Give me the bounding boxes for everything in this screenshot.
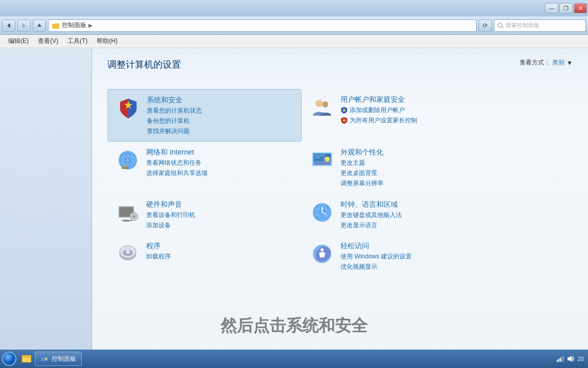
category-network-internet[interactable]: 网络和 Internet 查看网络状态和任务 选择家庭组和共享选项 [107, 142, 302, 193]
clock-link-0[interactable]: 更改键盘或其他输入法 [341, 211, 402, 220]
svg-marker-1 [22, 23, 26, 28]
address-path[interactable]: 控制面板 ▶ [48, 19, 477, 32]
svg-rect-56 [560, 358, 561, 362]
system-security-link-0[interactable]: 查看您的计算机状态 [147, 106, 202, 115]
svg-point-44 [126, 250, 130, 254]
category-appearance[interactable]: 外观和个性化 更改主题 更改桌面背景 调整屏幕分辨率 [302, 142, 496, 193]
svg-point-53 [45, 358, 47, 360]
system-icons [556, 355, 575, 363]
accessibility-link-0[interactable]: 使用 Windows 建议的设置 [341, 252, 412, 261]
search-placeholder: 搜索控制面板 [506, 21, 539, 29]
svg-point-24 [325, 157, 330, 162]
hardware-sound-icon [116, 200, 140, 225]
network-internet-icon [116, 148, 140, 172]
quick-launch-explorer[interactable] [20, 353, 33, 365]
programs-link-0[interactable]: 卸载程序 [146, 252, 171, 261]
network-title[interactable]: 网络和 Internet [146, 148, 208, 157]
back-button[interactable] [2, 19, 15, 32]
appearance-link-0[interactable]: 更改主题 [341, 159, 383, 167]
accessibility-link-1[interactable]: 优化视频显示 [341, 263, 412, 271]
svg-rect-25 [315, 155, 323, 156]
category-system-security[interactable]: 系统和安全 查看您的计算机状态 备份您的计算机 查找并解决问题 [107, 89, 302, 142]
content-header: 调整计算机的设置 查看方式： 类别 ▼ [107, 58, 573, 81]
clock-text: 时钟、语言和区域 更改键盘或其他输入法 更改显示语言 [341, 200, 402, 230]
hardware-link-1[interactable]: 添加设备 [146, 221, 195, 230]
parental-control-icon [341, 117, 348, 124]
clock-title[interactable]: 时钟、语言和区域 [341, 200, 402, 209]
category-clock-language[interactable]: 时钟、语言和区域 更改键盘或其他输入法 更改显示语言 [302, 194, 496, 236]
system-security-icon [116, 96, 141, 120]
menu-help[interactable]: 帮助(H) [93, 36, 122, 47]
clock-link-1[interactable]: 更改显示语言 [341, 221, 402, 230]
page-title: 调整计算机的设置 [107, 58, 181, 71]
programs-title[interactable]: 程序 [146, 242, 171, 251]
system-security-link-2[interactable]: 查找并解决问题 [147, 127, 202, 136]
minimize-button[interactable]: — [545, 3, 558, 13]
menu-view[interactable]: 查看(V) [34, 36, 62, 47]
taskbar-controlpanel-window[interactable]: 控制面板 [35, 352, 82, 366]
accessibility-icon [310, 242, 334, 266]
refresh-button[interactable]: ⟳ [479, 19, 492, 32]
network-link-0[interactable]: 查看网络状态和任务 [146, 159, 208, 167]
taskbar-window-label: 控制面板 [52, 355, 76, 363]
title-bar: — ❐ ✕ [0, 0, 588, 16]
svg-point-4 [498, 23, 502, 27]
svg-point-8 [322, 101, 328, 107]
network-text: 网络和 Internet 查看网络状态和任务 选择家庭组和共享选项 [146, 148, 208, 178]
svg-point-47 [321, 248, 324, 251]
user-accounts-title[interactable]: 用户帐户和家庭安全 [341, 95, 417, 104]
programs-text: 程序 卸载程序 [146, 242, 171, 261]
view-mode-selector[interactable]: 查看方式： 类别 ▼ [519, 58, 573, 67]
system-tray: 20 [556, 355, 586, 363]
address-bar: 控制面板 ▶ ⟳ 搜索控制面板 [0, 16, 588, 35]
appearance-link-1[interactable]: 更改桌面背景 [341, 169, 383, 178]
svg-rect-26 [315, 157, 320, 158]
start-button[interactable] [2, 352, 16, 366]
up-button[interactable] [33, 19, 46, 32]
user-accounts-link-1[interactable]: 为所有用户设置家长控制 [350, 116, 417, 125]
clock-display: 20 [578, 356, 584, 362]
svg-rect-23 [315, 162, 329, 164]
menu-bar: 编辑(E) 查看(V) 工具(T) 帮助(H) [0, 35, 588, 48]
taskbar: 控制面板 20 [0, 350, 588, 368]
user-accounts-link-0[interactable]: 添加或删除用户帐户 [350, 106, 405, 115]
category-accessibility[interactable]: 轻松访问 使用 Windows 建议的设置 优化视频显示 [302, 235, 496, 277]
svg-line-5 [502, 27, 503, 28]
view-mode-value: 类别 [552, 58, 564, 67]
svg-marker-59 [568, 356, 572, 362]
category-programs[interactable]: 程序 卸载程序 [107, 235, 302, 277]
appearance-icon [310, 148, 334, 172]
categories-grid: 系统和安全 查看您的计算机状态 备份您的计算机 查找并解决问题 [107, 89, 496, 277]
system-security-link-1[interactable]: 备份您的计算机 [147, 117, 202, 125]
quick-launch [20, 353, 33, 365]
controlpanel-icon [40, 355, 49, 363]
volume-icon [567, 355, 575, 363]
hardware-link-0[interactable]: 查看设备和打印机 [146, 211, 195, 220]
menu-tools[interactable]: 工具(T) [63, 36, 92, 47]
search-box[interactable]: 搜索控制面板 [494, 19, 586, 32]
svg-rect-55 [558, 359, 559, 362]
category-hardware-sound[interactable]: 硬件和声音 查看设备和打印机 添加设备 [107, 194, 302, 236]
system-security-title[interactable]: 系统和安全 [147, 96, 202, 105]
restore-button[interactable]: ❐ [559, 3, 573, 13]
close-button[interactable]: ✕ [574, 3, 587, 13]
appearance-link-2[interactable]: 调整屏幕分辨率 [341, 179, 383, 188]
svg-rect-18 [122, 167, 128, 169]
accessibility-title[interactable]: 轻松访问 [341, 242, 412, 251]
chevron-down-icon: ▼ [567, 59, 573, 67]
user-accounts-text: 用户帐户和家庭安全 添加或删除用户帐户 为所有用户设置家长控制 [341, 95, 417, 125]
hardware-title[interactable]: 硬件和声音 [146, 200, 195, 209]
forward-button[interactable] [17, 19, 31, 32]
svg-marker-0 [7, 23, 10, 28]
breadcrumb-text: 控制面板 [62, 21, 86, 30]
svg-rect-54 [557, 360, 558, 362]
appearance-text: 外观和个性化 更改主题 更改桌面背景 调整屏幕分辨率 [341, 148, 383, 187]
network-link-1[interactable]: 选择家庭组和共享选项 [146, 169, 208, 178]
category-user-accounts[interactable]: 用户帐户和家庭安全 添加或删除用户帐户 为所有用户设置家长控制 [302, 89, 496, 142]
main-content: 调整计算机的设置 查看方式： 类别 ▼ [0, 48, 588, 350]
breadcrumb-arrow: ▶ [88, 23, 93, 28]
menu-edit[interactable]: 编辑(E) [4, 36, 33, 47]
window-controls: — ❐ ✕ [545, 3, 587, 13]
system-security-text: 系统和安全 查看您的计算机状态 备份您的计算机 查找并解决问题 [147, 96, 202, 135]
appearance-title[interactable]: 外观和个性化 [341, 148, 383, 157]
